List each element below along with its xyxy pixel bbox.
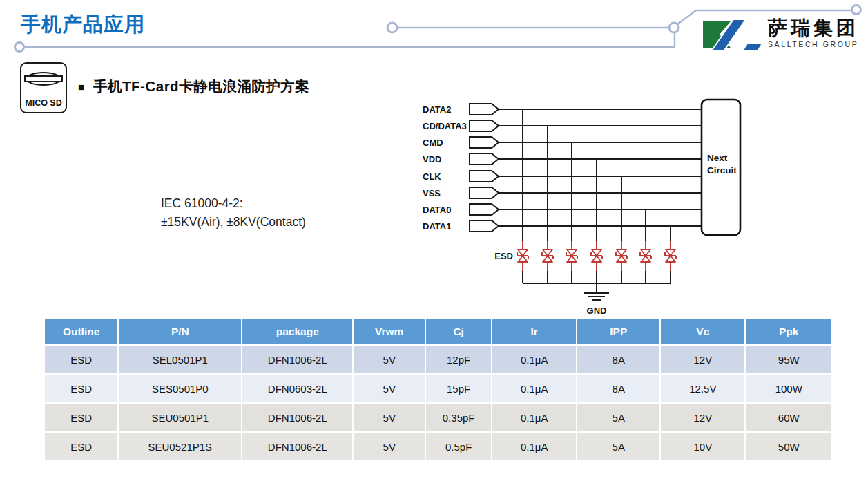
spec-table-head: OutlineP/NpackageVrwmCjIrIPPVcPpk xyxy=(44,318,832,345)
column-header: Ir xyxy=(492,318,577,345)
table-cell: ESD xyxy=(44,345,118,374)
signal-connector xyxy=(470,137,499,148)
table-cell: 50W xyxy=(745,432,832,461)
column-header: package xyxy=(242,318,353,345)
next-circuit-label: Next xyxy=(707,153,728,163)
table-cell: ESD xyxy=(44,403,118,432)
tvs-diode-icon xyxy=(666,256,675,262)
trace-node-icon xyxy=(669,23,679,32)
column-header: Outline xyxy=(44,318,118,345)
signal-connector xyxy=(470,204,499,215)
gnd-label: GND xyxy=(587,306,607,316)
section-heading: ■ 手机TF-Card卡静电浪涌防护方案 xyxy=(78,77,309,96)
signal-label: CLK xyxy=(423,171,441,182)
table-cell: 0.5pF xyxy=(425,432,492,461)
tvs-diode-icon xyxy=(567,256,577,262)
tvs-diode-icon xyxy=(641,256,650,262)
table-cell: ESD xyxy=(44,374,118,403)
table-row: ESDSEL0501P1DFN1006-2L5V12pF0.1μA8A12V95… xyxy=(44,345,832,374)
table-cell: 12V xyxy=(660,403,745,432)
tvs-diode-icon xyxy=(518,256,528,262)
table-cell: 12.5V xyxy=(660,374,745,403)
table-cell: DFN1006-2L xyxy=(242,432,353,461)
table-cell: 0.1μA xyxy=(492,403,577,432)
circuit-diagram: DATA2CD/DATA3CMDVDDCLKVSSDATA0DATA1ESDGN… xyxy=(414,92,746,323)
iec-standard-note: IEC 61000-4-2: ±15KV(Air), ±8KV(Contact) xyxy=(161,194,306,232)
table-cell: DFN1006-2L xyxy=(242,403,353,432)
column-header: IPP xyxy=(577,318,660,345)
trace-node-icon xyxy=(852,6,861,15)
salltech-logo-icon xyxy=(703,19,764,51)
tvs-diode-icon xyxy=(666,250,675,256)
tvs-diode-icon xyxy=(592,250,601,256)
table-cell: 5V xyxy=(353,403,425,432)
table-cell: SEL0501P1 xyxy=(118,345,242,374)
table-cell: 12pF xyxy=(425,345,492,374)
spec-table-body: ESDSEL0501P1DFN1006-2L5V12pF0.1μA8A12V95… xyxy=(44,345,832,461)
spec-table: OutlineP/NpackageVrwmCjIrIPPVcPpk ESDSEL… xyxy=(44,317,833,462)
signal-label: DATA2 xyxy=(423,104,451,115)
table-cell: 0.35pF xyxy=(425,403,492,432)
table-cell: 0.1μA xyxy=(492,432,577,461)
sd-icon-label: MICO SD xyxy=(25,98,61,108)
trace-node-icon xyxy=(387,23,397,32)
section-heading-text: 手机TF-Card卡静电浪涌防护方案 xyxy=(93,77,309,96)
table-cell: 5A xyxy=(577,432,660,461)
micro-sd-card-icon: MICO SD xyxy=(20,62,67,113)
table-cell: 5V xyxy=(353,345,425,374)
table-cell: 8A xyxy=(577,374,660,403)
iec-line1: IEC 61000-4-2: xyxy=(161,194,306,213)
table-cell: 12V xyxy=(660,345,745,374)
signal-connector xyxy=(470,220,499,232)
company-name-en: SALLTECH GROUP xyxy=(768,40,859,48)
table-cell: 0.1μA xyxy=(492,374,577,403)
signal-label: DATA1 xyxy=(423,221,451,232)
table-cell: SES0501P0 xyxy=(118,374,242,403)
column-header: Ppk xyxy=(745,318,832,345)
signal-connector xyxy=(470,171,499,182)
page-title: 手机产品应用 xyxy=(21,11,145,39)
table-cell: SEU0521P1S xyxy=(118,432,242,461)
tvs-diode-icon xyxy=(567,250,577,256)
column-header: Cj xyxy=(425,318,492,345)
signal-connector xyxy=(470,187,499,198)
signal-label: VDD xyxy=(423,154,441,165)
signal-connector xyxy=(470,153,499,165)
tvs-diode-icon xyxy=(617,250,626,256)
tvs-diode-icon xyxy=(641,250,650,256)
column-header: P/N xyxy=(118,318,242,345)
table-cell: 60W xyxy=(745,403,832,432)
company-name-cn: 萨瑞集团 xyxy=(768,18,859,38)
table-row: ESDSEU0501P1DFN1006-2L5V0.35pF0.1μA5A12V… xyxy=(44,403,832,432)
tvs-diode-icon xyxy=(543,250,552,256)
bullet-square-icon: ■ xyxy=(78,82,84,92)
table-cell: 95W xyxy=(745,345,832,374)
signal-label: VSS xyxy=(423,188,441,198)
signal-connector xyxy=(470,104,499,115)
table-cell: 5A xyxy=(577,403,660,432)
header-row: OutlineP/NpackageVrwmCjIrIPPVcPpk xyxy=(44,318,832,345)
table-cell: 10V xyxy=(660,432,745,461)
trace-node-icon xyxy=(15,43,24,52)
signal-label: CMD xyxy=(423,138,443,148)
signal-label: DATA0 xyxy=(423,205,451,215)
table-cell: 15pF xyxy=(425,374,492,403)
table-cell: 100W xyxy=(745,374,832,403)
table-row: ESDSES0501P0DFN0603-2L5V15pF0.1μA8A12.5V… xyxy=(44,374,832,403)
sd-lens-icon xyxy=(23,69,64,88)
table-cell: 0.1μA xyxy=(492,345,577,374)
tvs-diode-icon xyxy=(617,256,626,262)
next-circuit-label: Circuit xyxy=(707,165,737,176)
column-header: Vc xyxy=(660,318,745,345)
table-cell: SEU0501P1 xyxy=(118,403,242,432)
table-cell: DFN0603-2L xyxy=(242,374,353,403)
signal-label: CD/DATA3 xyxy=(423,121,467,131)
company-logo: 萨瑞集团 SALLTECH GROUP xyxy=(703,18,859,51)
tvs-diode-icon xyxy=(592,256,601,262)
tvs-diode-icon xyxy=(518,250,528,256)
iec-line2: ±15KV(Air), ±8KV(Contact) xyxy=(161,213,306,232)
table-cell: 5V xyxy=(353,432,425,461)
table-row: ESDSEU0521P1SDFN1006-2L5V0.5pF0.1μA5A10V… xyxy=(44,432,832,461)
column-header: Vrwm xyxy=(353,318,425,345)
logo-text: 萨瑞集团 SALLTECH GROUP xyxy=(768,18,859,48)
